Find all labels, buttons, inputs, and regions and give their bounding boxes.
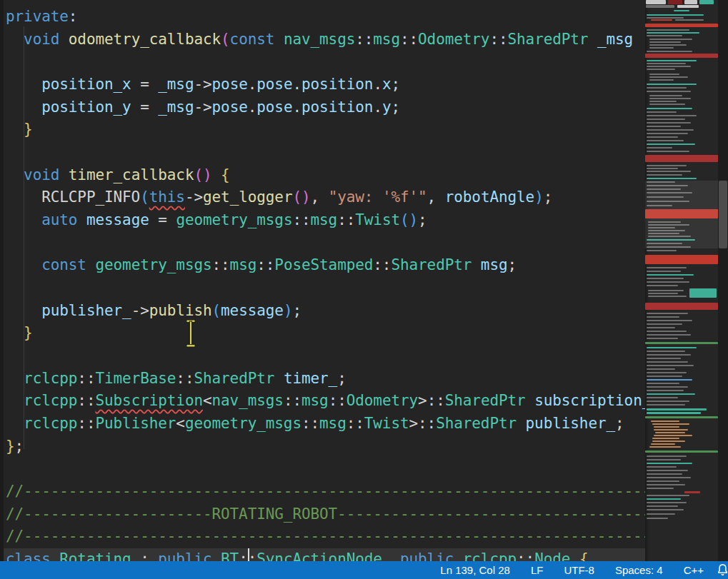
code-line[interactable]: rclcpp::Publisher<geometry_msgs::msg::Tw… xyxy=(6,413,624,435)
scrollbar-thumb[interactable] xyxy=(719,181,727,248)
minimap-line xyxy=(647,376,682,377)
code-line[interactable]: auto message = geometry_msgs::msg::Twist… xyxy=(6,209,427,231)
minimap-line xyxy=(652,438,679,439)
minimap-line xyxy=(674,10,689,11)
minimap-line xyxy=(647,463,692,464)
minimap-line xyxy=(647,327,675,328)
minimap-line xyxy=(647,502,687,503)
code-line[interactable]: }; xyxy=(6,435,24,458)
notifications-bell-icon[interactable] xyxy=(715,563,728,578)
minimap-line xyxy=(647,66,691,67)
minimap-line xyxy=(647,63,686,64)
code-line[interactable]: //--------------------------------------… xyxy=(6,525,645,548)
minimap-line xyxy=(647,408,707,411)
minimap-line xyxy=(647,459,681,460)
minimap-line xyxy=(647,368,675,370)
status-encoding[interactable]: UTF-8 xyxy=(564,564,594,576)
minimap-line xyxy=(647,323,682,325)
code-line[interactable]: void odometry_callback(const nav_msgs::m… xyxy=(6,29,633,51)
minimap-line xyxy=(647,347,697,348)
minimap-line xyxy=(647,147,672,148)
minimap-line xyxy=(647,379,692,381)
minimap-line xyxy=(649,44,687,46)
ibeam-mouse-cursor xyxy=(184,319,198,348)
code-line[interactable]: RCLCPP_INFO(this->get_logger(), "yaw: '%… xyxy=(6,186,552,208)
minimap-line xyxy=(645,303,718,310)
minimap-line xyxy=(652,440,685,442)
minimap-line xyxy=(647,338,678,339)
minimap-line xyxy=(647,386,688,388)
code-line[interactable]: const geometry_msgs::msg::PoseStamped::S… xyxy=(6,254,517,276)
minimap-line xyxy=(647,60,697,61)
minimap-line xyxy=(649,98,691,99)
status-language[interactable]: C++ xyxy=(684,564,704,576)
minimap-line xyxy=(684,0,697,4)
code-line[interactable]: //--------------------------------------… xyxy=(6,480,645,503)
minimap-line xyxy=(699,0,714,4)
status-cursor-position[interactable]: Ln 139, Col 28 xyxy=(440,564,510,576)
minimap-line xyxy=(647,250,677,251)
minimap-line xyxy=(647,14,704,16)
minimap-line xyxy=(647,358,681,359)
minimap-line xyxy=(647,397,678,398)
minimap-line xyxy=(654,429,688,431)
minimap-line xyxy=(647,505,678,507)
code-line[interactable]: rclcpp::Subscription<nav_msgs::msg::Odom… xyxy=(6,390,645,412)
minimap-line xyxy=(647,390,684,391)
minimap-line xyxy=(647,484,685,485)
minimap-line xyxy=(645,416,718,418)
minimap-line xyxy=(647,473,682,475)
minimap-line xyxy=(647,404,685,406)
code-line[interactable]: } xyxy=(6,119,33,141)
minimap-line xyxy=(649,95,682,96)
minimap-line xyxy=(647,513,675,515)
status-eol[interactable]: LF xyxy=(531,564,544,576)
minimap-line xyxy=(647,115,697,116)
code-editor[interactable]: private: void odometry_callback(const na… xyxy=(0,0,645,561)
minimap-line xyxy=(647,32,699,34)
minimap-slider[interactable] xyxy=(645,181,718,248)
minimap-line xyxy=(645,155,718,162)
minimap-line xyxy=(647,51,692,52)
code-line[interactable]: } xyxy=(6,322,33,344)
code-line[interactable]: rclcpp::TimerBase::SharedPtr timer_; xyxy=(6,368,346,390)
minimap-line xyxy=(647,17,684,19)
minimap-line xyxy=(647,313,688,314)
minimap-line xyxy=(647,285,678,286)
minimap-line xyxy=(647,455,687,457)
minimap-line xyxy=(646,5,674,8)
code-line[interactable]: void timer_callback() { xyxy=(6,164,230,186)
minimap-line xyxy=(647,488,674,489)
minimap-line xyxy=(647,174,682,176)
minimap-line xyxy=(647,365,694,366)
code-line[interactable]: position_x = _msg->pose.pose.position.x; xyxy=(6,74,400,96)
minimap-line xyxy=(649,41,681,43)
minimap-line xyxy=(655,432,685,433)
minimap-line xyxy=(654,426,679,428)
code-line[interactable]: publisher_->publish(message); xyxy=(6,300,301,322)
minimap-line xyxy=(647,171,691,172)
minimap-line xyxy=(649,79,674,81)
minimap-line xyxy=(647,320,692,321)
minimap-line xyxy=(668,0,682,4)
vertical-scrollbar[interactable] xyxy=(718,0,728,561)
minimap-line xyxy=(648,290,684,291)
minimap-line xyxy=(647,35,682,36)
minimap-line xyxy=(647,84,697,85)
minimap-line xyxy=(647,383,679,384)
code-line[interactable]: position_y = _msg->pose.pose.position.y; xyxy=(6,96,400,119)
minimap-line xyxy=(649,104,685,105)
minimap-line xyxy=(645,24,718,27)
status-indentation[interactable]: Spaces: 4 xyxy=(615,564,663,576)
minimap-line xyxy=(645,342,718,344)
code-line[interactable]: class Rotating : public BT::SyncActionNo… xyxy=(6,548,588,561)
minimap[interactable] xyxy=(645,0,718,561)
minimap-line xyxy=(647,129,694,131)
code-line[interactable]: private: xyxy=(6,6,77,28)
minimap-line xyxy=(647,361,688,363)
minimap-line xyxy=(645,450,718,453)
code-line[interactable]: //---------------------ROTATING_ROBOT---… xyxy=(6,503,645,525)
minimap-line xyxy=(647,412,701,414)
minimap-line xyxy=(647,495,689,496)
minimap-line xyxy=(647,122,691,124)
